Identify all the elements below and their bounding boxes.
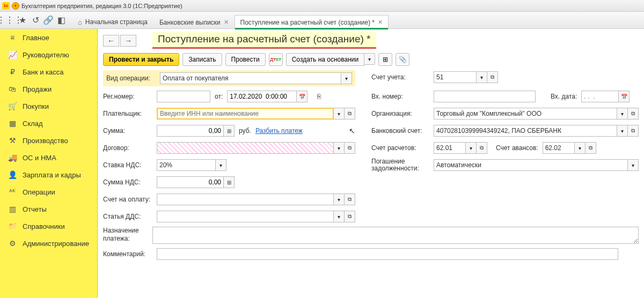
vat-amount-input[interactable]	[157, 176, 224, 188]
sidebar-item-operations[interactable]: ᴬᴷОперации	[0, 183, 97, 200]
nav-back-button[interactable]: ←	[103, 35, 119, 47]
sidebar-item-main[interactable]: ≡Главное	[0, 29, 97, 46]
tabs: ⌂ Начальная страница Банковские выписки …	[72, 12, 389, 29]
page-title: Поступление на расчетный счет (создание)…	[152, 32, 376, 49]
chevron-down-icon[interactable]: ▾	[575, 142, 586, 154]
apps-icon[interactable]: ⋮⋮⋮	[3, 14, 16, 27]
contract-select[interactable]	[157, 142, 334, 154]
reg-no-input[interactable]	[157, 91, 210, 102]
post-and-close-button[interactable]: Провести и закрыть	[103, 53, 179, 66]
payer-input[interactable]	[157, 108, 334, 120]
open-icon[interactable]: ⧉	[345, 211, 355, 222]
in-no-input[interactable]	[434, 91, 536, 102]
open-icon[interactable]: ⧉	[345, 142, 355, 154]
chevron-down-icon[interactable]: ▾	[334, 211, 345, 222]
tab-label: Банковские выписки	[159, 19, 221, 26]
app-menu-dropdown[interactable]: ▾	[12, 2, 19, 10]
chevron-down-icon[interactable]: ▾	[617, 125, 628, 137]
calendar-icon[interactable]: 📅	[297, 91, 308, 102]
post-button[interactable]: Провести	[225, 53, 266, 66]
sidebar-item-purchases[interactable]: 🛒Покупки	[0, 98, 97, 115]
chevron-down-icon[interactable]: ▾	[334, 142, 345, 154]
settlement-label: Счет расчетов:	[371, 144, 429, 152]
open-icon[interactable]: ⧉	[487, 71, 498, 83]
date-label: от:	[215, 93, 223, 100]
account-select[interactable]: 51	[434, 71, 477, 83]
invoice-select[interactable]	[157, 193, 334, 205]
bag-icon: 🛍	[8, 85, 17, 93]
account-label: Счет учета:	[371, 73, 429, 81]
sidebar-item-bank[interactable]: ₽Банк и касса	[0, 63, 97, 80]
sidebar-item-admin[interactable]: ⚙Администрирование	[0, 235, 97, 252]
open-icon[interactable]: ⧉	[628, 125, 639, 137]
advance-select[interactable]: 62.02	[543, 142, 575, 154]
sidebar-item-manager[interactable]: 📈Руководителю	[0, 46, 97, 63]
sidebar-item-label: Продажи	[23, 85, 52, 93]
operation-type-select[interactable]: Оплата от покупателя	[160, 72, 341, 84]
chevron-down-icon[interactable]: ▾	[334, 193, 345, 205]
calendar-icon[interactable]: 📅	[619, 91, 630, 102]
settlement-select[interactable]: 62.01	[434, 142, 466, 154]
open-icon[interactable]: ⧉	[628, 108, 639, 120]
vat-rate-select[interactable]: 20%	[157, 159, 216, 171]
tab-bank-statements[interactable]: Банковские выписки ✕	[153, 15, 235, 29]
calc-icon[interactable]: ⊞	[224, 176, 235, 188]
in-no-label: Вх. номер:	[371, 93, 429, 100]
chevron-down-icon[interactable]: ▾	[477, 71, 487, 83]
cart-icon: 🛒	[8, 102, 17, 110]
chevron-down-icon[interactable]: ▾	[364, 53, 375, 65]
chevron-down-icon[interactable]: ▾	[216, 159, 226, 171]
star-icon[interactable]: ★	[16, 14, 29, 27]
date-input[interactable]	[227, 91, 297, 102]
open-icon[interactable]: ⧉	[345, 108, 355, 120]
link-icon[interactable]: 🔗	[42, 14, 55, 27]
bank-select[interactable]: 40702810399994349242, ПАО СБЕРБАНК	[434, 125, 617, 137]
sidebar-item-label: Главное	[23, 34, 49, 42]
chevron-down-icon[interactable]: ▾	[466, 142, 477, 154]
sidebar-item-warehouse[interactable]: ▦Склад	[0, 115, 97, 132]
close-icon[interactable]: ✕	[378, 19, 383, 26]
org-select[interactable]: Торговый дом "Комплексный" ООО	[434, 108, 617, 120]
history-icon[interactable]: ↺	[29, 14, 42, 27]
sidebar-item-directories[interactable]: 📁Справочники	[0, 218, 97, 235]
chevron-down-icon[interactable]: ▾	[341, 72, 352, 84]
write-button[interactable]: Записать	[182, 53, 222, 66]
sidebar-item-assets[interactable]: 🚚ОС и НМА	[0, 149, 97, 166]
in-date-input[interactable]	[581, 91, 619, 102]
dds-select[interactable]	[157, 211, 334, 222]
tab-home[interactable]: ⌂ Начальная страница	[72, 14, 153, 29]
chevron-down-icon[interactable]: ▾	[617, 108, 628, 120]
purpose-textarea[interactable]	[152, 227, 639, 244]
advance-label: Счет авансов:	[496, 144, 538, 152]
sidebar-item-label: Операции	[23, 188, 55, 196]
tab-incoming-payment[interactable]: Поступление на расчетный счет (создание)…	[235, 15, 389, 29]
import-icon[interactable]: ⎘	[312, 90, 326, 103]
command-bar: Провести и закрыть Записать Провести ДᴛК…	[103, 53, 639, 66]
comment-input[interactable]	[157, 248, 618, 260]
calc-icon[interactable]: ⊞	[224, 125, 235, 137]
amount-input[interactable]	[157, 125, 224, 137]
debt-select[interactable]: Автоматически	[434, 159, 628, 171]
sidebar-item-label: Производство	[23, 137, 68, 145]
split-payment-link[interactable]: Разбить платеж	[255, 127, 303, 135]
chevron-down-icon[interactable]: ▾	[334, 108, 345, 120]
nav-forward-button[interactable]: →	[120, 35, 136, 47]
open-icon[interactable]: ⧉	[586, 142, 596, 154]
sidebar-item-production[interactable]: ⚒Производство	[0, 132, 97, 149]
dt-kt-button[interactable]: ДᴛКᴛ	[269, 53, 283, 66]
main-content: ← → Поступление на расчетный счет (созда…	[98, 29, 644, 298]
structure-button[interactable]: ⊞	[378, 53, 392, 66]
sidebar-item-sales[interactable]: 🛍Продажи	[0, 80, 97, 98]
create-based-on-button[interactable]: Создать на основании	[286, 53, 365, 66]
chevron-down-icon[interactable]: ▾	[628, 159, 639, 171]
sidebar-item-reports[interactable]: ▥Отчеты	[0, 200, 97, 218]
form: Вид операции: Оплата от покупателя ▾ Сче…	[103, 70, 639, 261]
open-icon[interactable]: ⧉	[345, 193, 355, 205]
attach-button[interactable]: 📎	[396, 53, 409, 66]
close-icon[interactable]: ✕	[224, 19, 229, 26]
vat-rate-label: Ставка НДС:	[103, 161, 152, 169]
sidebar-item-label: Склад	[23, 120, 43, 128]
open-icon[interactable]: ⧉	[477, 142, 487, 154]
sidebar-toggle-icon[interactable]: ◧	[55, 14, 68, 27]
sidebar-item-hr[interactable]: 👤Зарплата и кадры	[0, 166, 97, 183]
